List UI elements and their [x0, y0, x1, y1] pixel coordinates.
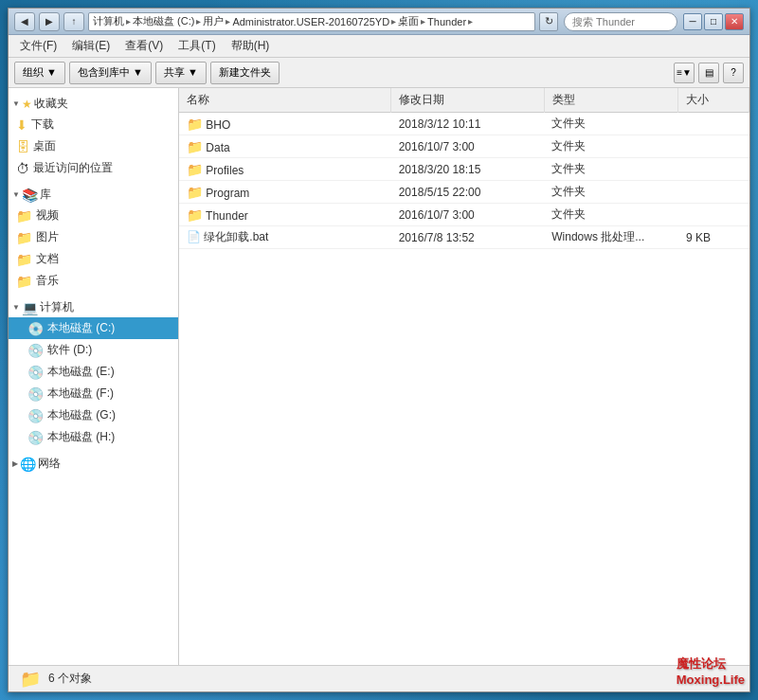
organize-button[interactable]: 组织 ▼ — [14, 62, 65, 84]
folder-icon: 📁 — [187, 207, 203, 223]
cell-name: 📁 Data — [179, 135, 391, 158]
search-bar — [564, 12, 677, 31]
new-folder-button[interactable]: 新建文件夹 — [210, 62, 280, 84]
cell-date: 2016/10/7 3:00 — [391, 204, 545, 226]
network-expand-icon: ▶ — [12, 459, 18, 468]
sep2: ▸ — [196, 16, 201, 27]
menu-tools[interactable]: 工具(T) — [171, 36, 223, 56]
sidebar-item-downloads[interactable]: ⬇ 下载 — [9, 114, 178, 135]
status-folder-icon: 📁 — [20, 669, 41, 690]
cell-size — [678, 113, 749, 135]
menu-edit[interactable]: 编辑(E) — [64, 36, 117, 56]
explorer-window: ◀ ▶ ↑ 计算机 ▸ 本地磁盘 (C:) ▸ 用户 ▸ Administrat… — [8, 8, 750, 692]
sidebar-header-favorites[interactable]: ▼ ★ 收藏夹 — [9, 92, 178, 114]
breadcrumb-computer[interactable]: 计算机 — [93, 14, 124, 28]
package-button[interactable]: 包含到库中 ▼ — [69, 62, 152, 84]
sidebar-section-library: ▼ 📚 库 📁 视频 📁 图片 📁 文档 📁 — [9, 183, 178, 292]
sidebar-item-drive-h[interactable]: 💿 本地磁盘 (H:) — [9, 426, 178, 448]
pictures-icon: 📁 — [16, 230, 32, 245]
sidebar-item-drive-e[interactable]: 💿 本地磁盘 (E:) — [9, 361, 178, 383]
col-header-date[interactable]: 修改日期 — [391, 88, 545, 113]
cell-date: 2018/5/15 22:00 — [391, 181, 545, 204]
sidebar-header-library[interactable]: ▼ 📚 库 — [9, 183, 178, 205]
computer-label: 计算机 — [40, 299, 74, 315]
drive-d-icon: 💿 — [27, 343, 44, 358]
cell-name: 📁 Program — [179, 181, 391, 204]
drive-h-icon: 💿 — [27, 430, 44, 445]
forward-button[interactable]: ▶ — [39, 12, 60, 31]
sidebar-header-network[interactable]: ▶ 🌐 网络 — [9, 452, 178, 474]
sep1: ▸ — [126, 16, 131, 27]
col-header-size[interactable]: 大小 — [678, 88, 749, 113]
breadcrumb-user[interactable]: Administrator.USER-20160725YD — [232, 16, 389, 27]
music-label: 音乐 — [36, 273, 59, 289]
breadcrumb[interactable]: 计算机 ▸ 本地磁盘 (C:) ▸ 用户 ▸ Administrator.USE… — [88, 12, 535, 31]
computer-expand-icon: ▼ — [12, 303, 20, 312]
sidebar-item-video[interactable]: 📁 视频 — [9, 205, 178, 226]
video-icon: 📁 — [16, 208, 32, 224]
file-pane: 名称 修改日期 类型 大小 📁 BHO 2018/3/12 10:11 文件夹 … — [179, 88, 749, 665]
window-controls: ─ □ ✕ — [683, 13, 744, 30]
breadcrumb-desktop[interactable]: 桌面 — [398, 14, 419, 28]
table-row[interactable]: 📁 Program 2018/5/15 22:00 文件夹 — [179, 181, 749, 204]
menu-view[interactable]: 查看(V) — [117, 36, 171, 56]
computer-icon: 💻 — [22, 300, 38, 315]
library-icon: 📚 — [22, 188, 38, 203]
menu-bar: 文件(F) 编辑(E) 查看(V) 工具(T) 帮助(H) — [9, 35, 749, 58]
search-input[interactable] — [564, 12, 677, 31]
details-view-button[interactable]: ▤ — [698, 63, 719, 83]
table-row[interactable]: 📁 Thunder 2016/10/7 3:00 文件夹 — [179, 204, 749, 226]
table-row[interactable]: 📄 绿化卸载.bat 2016/7/8 13:52 Windows 批处理...… — [179, 226, 749, 249]
music-icon: 📁 — [16, 274, 32, 289]
desktop-folder-icon: 🗄 — [16, 139, 29, 154]
cell-type: 文件夹 — [544, 181, 678, 204]
network-label: 网络 — [38, 456, 61, 472]
table-row[interactable]: 📁 Data 2016/10/7 3:00 文件夹 — [179, 135, 749, 158]
breadcrumb-drive[interactable]: 本地磁盘 (C:) — [133, 14, 194, 28]
drive-f-label: 本地磁盘 (F:) — [47, 386, 114, 402]
library-label: 库 — [40, 187, 51, 203]
help-button[interactable]: ? — [723, 63, 744, 83]
pictures-label: 图片 — [36, 229, 59, 245]
refresh-button[interactable]: ↻ — [539, 12, 558, 31]
sidebar-item-docs[interactable]: 📁 文档 — [9, 248, 178, 270]
favorites-expand-icon: ▼ — [12, 99, 20, 108]
table-row[interactable]: 📁 BHO 2018/3/12 10:11 文件夹 — [179, 113, 749, 135]
breadcrumb-users[interactable]: 用户 — [203, 14, 224, 28]
col-header-type[interactable]: 类型 — [544, 88, 678, 113]
sidebar-section-favorites: ▼ ★ 收藏夹 ⬇ 下载 🗄 桌面 ⏱ 最近访问的位置 — [9, 92, 178, 179]
drive-e-label: 本地磁盘 (E:) — [47, 364, 115, 380]
sidebar-item-pictures[interactable]: 📁 图片 — [9, 226, 178, 248]
sidebar-item-music[interactable]: 📁 音乐 — [9, 270, 178, 292]
cell-date: 2018/3/20 18:15 — [391, 158, 545, 181]
sep4: ▸ — [391, 16, 396, 27]
main-area: ▼ ★ 收藏夹 ⬇ 下载 🗄 桌面 ⏱ 最近访问的位置 — [9, 88, 749, 665]
folder-icon: 📁 — [187, 117, 203, 132]
sep5: ▸ — [421, 16, 425, 27]
menu-help[interactable]: 帮助(H) — [224, 36, 278, 56]
close-button[interactable]: ✕ — [725, 13, 744, 30]
sidebar-item-drive-d[interactable]: 💿 软件 (D:) — [9, 339, 178, 361]
sidebar-item-drive-g[interactable]: 💿 本地磁盘 (G:) — [9, 404, 178, 426]
up-button[interactable]: ↑ — [63, 12, 84, 31]
table-row[interactable]: 📁 Profiles 2018/3/20 18:15 文件夹 — [179, 158, 749, 181]
maximize-button[interactable]: □ — [704, 13, 723, 30]
share-button[interactable]: 共享 ▼ — [155, 62, 207, 84]
sidebar-item-desktop[interactable]: 🗄 桌面 — [9, 135, 178, 157]
breadcrumb-thunder[interactable]: Thunder — [427, 16, 466, 27]
cell-name: 📄 绿化卸载.bat — [179, 226, 391, 249]
favorites-star-icon: ★ — [22, 98, 32, 111]
view-options-button[interactable]: ≡▼ — [674, 63, 695, 83]
drive-g-icon: 💿 — [27, 408, 44, 423]
drive-c-label: 本地磁盘 (C:) — [47, 320, 115, 336]
sidebar-item-drive-c[interactable]: 💿 本地磁盘 (C:) — [9, 317, 178, 339]
minimize-button[interactable]: ─ — [683, 13, 702, 30]
col-header-name[interactable]: 名称 — [179, 88, 391, 113]
menu-file[interactable]: 文件(F) — [12, 36, 64, 56]
folder-icon: 📁 — [187, 162, 203, 177]
sidebar-header-computer[interactable]: ▼ 💻 计算机 — [9, 296, 178, 317]
sidebar-item-recent[interactable]: ⏱ 最近访问的位置 — [9, 157, 178, 179]
sidebar-item-drive-f[interactable]: 💿 本地磁盘 (F:) — [9, 383, 178, 404]
docs-label: 文档 — [36, 251, 59, 267]
back-button[interactable]: ◀ — [14, 12, 35, 31]
